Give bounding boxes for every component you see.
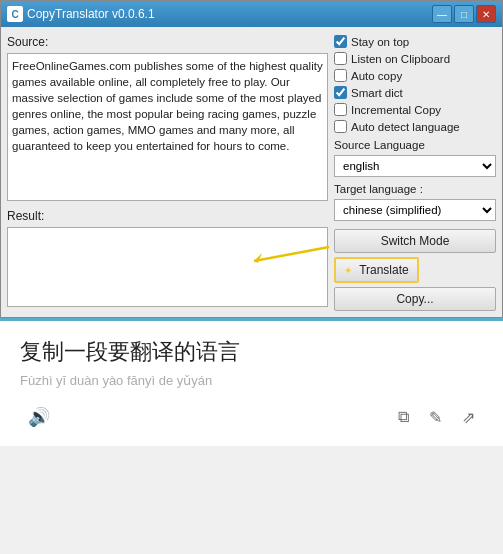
stay-on-top-checkbox[interactable] [334, 35, 347, 48]
incremental-copy-checkbox[interactable] [334, 103, 347, 116]
auto-detect-label: Auto detect language [351, 121, 460, 133]
translate-container: Translate [334, 257, 496, 283]
right-panel: Stay on top Listen on Clipboard Auto cop… [334, 33, 496, 311]
listen-clipboard-checkbox[interactable] [334, 52, 347, 65]
left-panel: Source: Result: [7, 33, 328, 311]
bottom-card: 复制一段要翻译的语言 Fùzhì yī duàn yào fānyì de yǔ… [0, 318, 503, 446]
auto-copy-label: Auto copy [351, 70, 402, 82]
listen-clipboard-row[interactable]: Listen on Clipboard [334, 52, 496, 65]
bottom-actions: 🔊 ⧉ ✎ ⇗ [20, 402, 483, 432]
minimize-button[interactable]: — [432, 5, 452, 23]
auto-detect-row[interactable]: Auto detect language [334, 120, 496, 133]
smart-dict-checkbox[interactable] [334, 86, 347, 99]
smart-dict-label: Smart dict [351, 87, 403, 99]
source-wrapper [7, 53, 328, 205]
stay-on-top-label: Stay on top [351, 36, 409, 48]
stay-on-top-row[interactable]: Stay on top [334, 35, 496, 48]
result-textarea[interactable] [7, 227, 328, 307]
target-language-label: Target language : [334, 183, 496, 195]
listen-clipboard-label: Listen on Clipboard [351, 53, 450, 65]
source-language-select[interactable]: english chinese (simplified) french germ… [334, 155, 496, 177]
translate-button[interactable]: Translate [334, 257, 419, 283]
switch-mode-button[interactable]: Switch Mode [334, 229, 496, 253]
action-buttons: Switch Mode Translate Copy... [334, 229, 496, 311]
target-language-select[interactable]: chinese (simplified) english french germ… [334, 199, 496, 221]
app-title: CopyTranslator v0.0.6.1 [27, 7, 432, 21]
bottom-pinyin: Fùzhì yī duàn yào fānyì de yǔyán [20, 373, 483, 388]
result-label: Result: [7, 207, 328, 225]
bottom-title: 复制一段要翻译的语言 [20, 337, 483, 367]
window-body: Source: Result: Stay on top Listen on Cl… [1, 27, 502, 317]
close-button[interactable]: ✕ [476, 5, 496, 23]
auto-copy-row[interactable]: Auto copy [334, 69, 496, 82]
app-window: C CopyTranslator v0.0.6.1 — □ ✕ Source: … [0, 0, 503, 318]
incremental-copy-label: Incremental Copy [351, 104, 441, 116]
smart-dict-row[interactable]: Smart dict [334, 86, 496, 99]
result-wrapper [7, 227, 328, 311]
source-textarea[interactable] [7, 53, 328, 201]
source-language-label: Source Language [334, 139, 496, 151]
sound-icon[interactable]: 🔊 [20, 402, 58, 432]
app-icon: C [7, 6, 23, 22]
right-icons: ⧉ ✎ ⇗ [390, 404, 483, 431]
title-bar: C CopyTranslator v0.0.6.1 — □ ✕ [1, 1, 502, 27]
source-label: Source: [7, 33, 328, 51]
auto-copy-checkbox[interactable] [334, 69, 347, 82]
incremental-copy-row[interactable]: Incremental Copy [334, 103, 496, 116]
copy-button[interactable]: Copy... [334, 287, 496, 311]
share-icon[interactable]: ⇗ [454, 404, 483, 431]
copy-icon[interactable]: ⧉ [390, 404, 417, 431]
maximize-button[interactable]: □ [454, 5, 474, 23]
edit-icon[interactable]: ✎ [421, 404, 450, 431]
auto-detect-checkbox[interactable] [334, 120, 347, 133]
window-controls: — □ ✕ [432, 5, 496, 23]
